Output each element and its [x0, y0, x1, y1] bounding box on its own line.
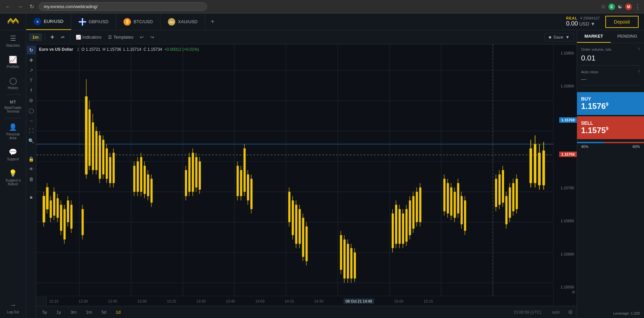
sidebar-item-suggest[interactable]: 💡 Suggest a feature [0, 165, 26, 190]
shapes-tool[interactable]: ◯ [27, 106, 36, 115]
tab-pending[interactable]: PENDING [611, 30, 644, 43]
time-label-1345: 13:45 [226, 299, 235, 303]
sidebar-logout-label: Log Out [7, 310, 19, 314]
price-level-5: 1.15600 [559, 252, 575, 256]
svg-rect-34 [50, 200, 52, 218]
tab-btcusd[interactable]: ₿ BTC/USD [116, 13, 160, 30]
auto-label: auto [552, 310, 560, 315]
lock-tool[interactable]: 🔒 [27, 155, 36, 163]
account-info: REAL # 25984157 0.00 USD ▼ [566, 16, 600, 27]
ext-user-icon[interactable]: M [625, 3, 632, 10]
app-container: ★ EUR/USD GBP/USD ₿ BTC/USD [0, 13, 644, 318]
tf-5d[interactable]: 5d [100, 309, 108, 315]
auto-close-label: Auto close ? [581, 70, 640, 74]
pattern-tool[interactable]: ☨ [27, 86, 36, 95]
tab-btcusd-label: BTC/USD [134, 19, 153, 24]
tab-market[interactable]: MARKET [577, 30, 611, 43]
save-button[interactable]: ■ Save ▼ [544, 33, 574, 41]
cursor-tool[interactable]: ↻ [27, 46, 36, 54]
account-number: # 25984157 [580, 16, 600, 20]
sidebar-item-personal-area[interactable]: 👤 Personal Area [0, 119, 26, 144]
settings-tool[interactable]: ⚙ [27, 96, 36, 105]
ext-puzzle-icon[interactable]: ☯ [618, 3, 622, 10]
buy-button[interactable]: BUY 1.15769 [577, 92, 644, 115]
tab-eurusd-label: EUR/USD [44, 19, 64, 24]
auto-close-value: — [581, 76, 640, 85]
auto-close-help-icon[interactable]: ? [638, 70, 640, 74]
sidebar-suggest-label: Suggest a feature [3, 178, 23, 186]
visible-tool[interactable]: 👁 [27, 165, 36, 173]
text-tool[interactable]: T [27, 76, 36, 85]
timeframe-button[interactable]: 1m [29, 33, 42, 41]
time-scale: 12:15 12:30 12:45 13:00 13:15 13:30 13:4… [46, 296, 553, 306]
browser-menu-icon[interactable]: ⋮ [635, 3, 641, 10]
fib-tool[interactable]: ⎓ [27, 116, 36, 125]
sidebar-personal-label: Personal Area [3, 132, 23, 140]
balance-currency: USD ▼ [579, 21, 595, 27]
compare-button[interactable]: ⇌ [58, 33, 67, 41]
time-label-1315: 13:15 [167, 299, 176, 303]
more-tool[interactable]: ■ [27, 193, 36, 202]
redo-button[interactable]: ↪ [148, 33, 157, 41]
svg-rect-68 [133, 166, 135, 192]
indicators-button[interactable]: 📈 Indicators [73, 33, 104, 41]
svg-text:★: ★ [36, 20, 39, 24]
sidebar-item-watchlist[interactable]: ☰ Watchlist [0, 30, 26, 51]
chart-canvas[interactable]: Euro vs US Dollar 1 O 1.15721 H 1.15736 … [36, 44, 553, 296]
time-label-1300: 13:00 [138, 299, 147, 303]
tf-1d[interactable]: 1d [114, 309, 122, 315]
xauusd-flag-icon: Au [168, 18, 175, 26]
sidebar-item-mt[interactable]: MT MetaTrader Terminal [0, 95, 26, 117]
chart-settings-gear-icon[interactable]: ⚙ [568, 309, 573, 315]
sidebar-item-history[interactable]: ◯ History [0, 73, 26, 94]
zoom-tool[interactable]: 🔍 [27, 136, 36, 145]
measure-tool[interactable]: ⛶ [27, 126, 36, 135]
templates-button[interactable]: ☰ Templates [105, 33, 136, 41]
crosshair-button[interactable]: ✚ [48, 33, 57, 41]
volume-help-icon[interactable]: ? [638, 47, 640, 52]
sidebar-item-portfolio[interactable]: 📈 Portfolio [0, 51, 26, 73]
sell-price: 1.15759 [581, 126, 608, 135]
toolbar-sep-1 [45, 33, 45, 41]
gbpusd-flag-icon [79, 18, 86, 26]
buy-price: 1.15769 [581, 102, 608, 111]
leverage-info: Leverage: 1:200 [577, 309, 644, 318]
bookmark-icon[interactable]: ☆ [601, 3, 606, 10]
balance-amount: 0.00 [566, 20, 578, 27]
line-tool[interactable]: ↗ [27, 66, 36, 75]
deposit-button[interactable]: Deposit [605, 16, 639, 28]
tf-5y[interactable]: 5y [40, 309, 49, 315]
reload-button[interactable]: ↻ [28, 2, 36, 11]
tf-1y[interactable]: 1y [55, 309, 63, 315]
tab-xauusd[interactable]: Au XAU/USD [160, 13, 205, 30]
time-label-1230: 12:30 [79, 299, 88, 303]
chart-svg [36, 44, 553, 296]
undo-button[interactable]: ↩ [137, 33, 146, 41]
address-bar[interactable] [39, 2, 207, 11]
delete-tool[interactable]: 🗑 [27, 175, 36, 184]
main-content: ☰ Watchlist 📈 Portfolio ◯ History MT Met… [0, 30, 644, 318]
price-scale-settings[interactable]: ⚙ [572, 290, 575, 294]
tab-gbpusd[interactable]: GBP/USD [71, 13, 116, 30]
forward-button[interactable]: → [15, 2, 25, 11]
chart-toolbar: 1m ✚ ⇌ 📈 Indicators ☰ Templates ↩ ↪ ■ Sa… [26, 30, 577, 44]
tf-3m[interactable]: 3m [68, 309, 78, 315]
buy-label: BUY [581, 96, 591, 102]
svg-rect-52 [88, 109, 91, 166]
account-balance: 0.00 USD ▼ [566, 20, 600, 27]
sidebar-item-logout[interactable]: → Log Out [0, 297, 26, 318]
svg-text:₿: ₿ [126, 19, 129, 24]
add-tab-button[interactable]: + [205, 18, 220, 26]
svg-rect-120 [354, 252, 356, 278]
crosshair-tool[interactable]: ✚ [27, 56, 36, 65]
tf-1m[interactable]: 1m [84, 309, 94, 315]
ext-green-icon[interactable]: E [608, 3, 615, 10]
chart-main: ↻ ✚ ↗ T ☨ ⚙ ◯ ⎓ ⛶ 🔍 🔒 👁 🗑 ■ [26, 44, 577, 318]
back-button[interactable]: ← [3, 2, 13, 11]
mt-icon: MT [10, 100, 16, 105]
sidebar-item-support[interactable]: 💬 Support [0, 144, 26, 165]
tab-eurusd[interactable]: ★ EUR/USD [26, 13, 71, 30]
volume-label: Order volume, lots ? [581, 47, 640, 52]
time-label-1245: 12:45 [108, 299, 117, 303]
sell-button[interactable]: SELL 1.15759 [577, 116, 644, 139]
